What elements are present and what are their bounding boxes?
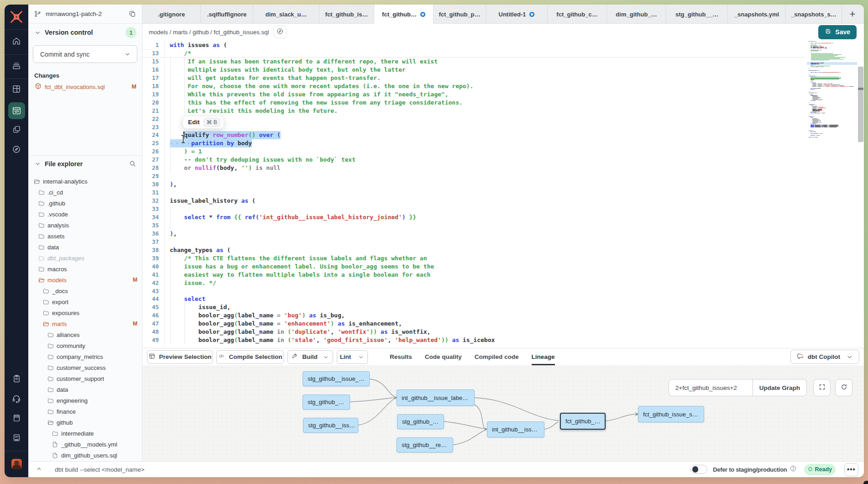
tab-stg_github__[interactable]: stg_github__… <box>666 5 728 24</box>
tree-item-data[interactable]: data <box>28 242 142 253</box>
tree-item-data[interactable]: data <box>28 384 142 395</box>
code-line-26[interactable]: 26 ) = 1 <box>142 147 864 156</box>
lint-button[interactable]: Lint <box>337 350 368 364</box>
sidebar-item-organization[interactable] <box>5 429 28 448</box>
code-line-33[interactable]: 33 <box>142 205 864 213</box>
update-graph-button[interactable]: Update Graph <box>753 379 806 396</box>
tab-results[interactable]: Results <box>383 348 418 365</box>
defer-toggle[interactable] <box>690 465 707 474</box>
code-line-48[interactable]: 48 boolor_agg(label_name in ('duplicate'… <box>142 328 864 336</box>
sidebar-item-docs[interactable] <box>5 409 28 429</box>
lineage-node-int_github__iss[interactable]: int_github__iss… <box>487 421 544 437</box>
dbt-copilot-button[interactable]: dbt Copilot <box>790 350 859 364</box>
lineage-selector-input[interactable]: 2+fct_github_issues+2 <box>669 379 753 396</box>
code-line-45[interactable]: 45 issue_id, <box>142 303 864 311</box>
tree-item-intermediate[interactable]: intermediate <box>28 428 142 439</box>
commit-and-sync-button[interactable]: Commit and sync <box>33 45 137 63</box>
sidebar-item-environments[interactable] <box>5 55 28 79</box>
sidebar-item-develop[interactable] <box>5 100 28 121</box>
tree-item-internal-analytics[interactable]: internal-analytics <box>28 176 142 187</box>
new-tab-button[interactable]: + <box>842 5 863 24</box>
sidebar-item-changelog[interactable] <box>5 370 28 389</box>
tree-item-_docs[interactable]: _docs <box>28 285 142 296</box>
code-line-18[interactable]: 18 For now, choose the one with more rec… <box>142 82 864 90</box>
code-line-36[interactable]: 36), <box>142 230 864 238</box>
tree-item-.ci_cd[interactable]: .ci_cd <box>28 187 142 198</box>
tree-item-macros[interactable]: macros <box>28 263 142 274</box>
code-line-17[interactable]: 17 will get updates for events that happ… <box>142 74 864 82</box>
code-line-28[interactable]: 28 or nullif(body, '') is null <box>142 164 864 172</box>
file-explorer-header[interactable]: File explorer <box>28 155 142 172</box>
lineage-node-stg_github_[interactable]: stg_github_… <box>397 414 444 429</box>
edit-tooltip[interactable]: Edit⌘ B <box>183 116 224 129</box>
tab-_snapshots_s[interactable]: _snapshots_s… <box>786 5 842 24</box>
code-line-43[interactable]: 43 <box>142 287 864 295</box>
tab-fct_github_c[interactable]: fct_github_c… <box>548 5 607 24</box>
tree-item-github[interactable]: github <box>28 417 142 428</box>
tree-item-.github[interactable]: .github <box>28 198 142 209</box>
tree-item-assets[interactable]: assets <box>28 231 142 242</box>
editor-scrollbar[interactable] <box>857 40 864 348</box>
sidebar-item-dashboard[interactable] <box>5 79 28 100</box>
code-editor[interactable]: 1with issues as (13 /*15 If an issue has… <box>142 40 864 348</box>
tab-dim_slack_u[interactable]: dim_slack_u… <box>253 5 319 24</box>
lineage-node-stg_github__issue_[interactable]: stg_github__issue_… <box>303 371 370 386</box>
refresh-graph-button[interactable] <box>835 379 852 396</box>
lineage-canvas[interactable]: 2+fct_github_issues+2 Update Graph stg_g… <box>142 365 864 461</box>
preview-selection-button[interactable]: Preview Selection <box>147 350 213 364</box>
tree-item-finance[interactable]: finance <box>28 406 142 417</box>
code-line-32[interactable]: 32issue_label_history as ( <box>142 197 864 205</box>
code-line-13[interactable]: 13 /* <box>142 49 864 58</box>
tree-item-.vscode[interactable]: .vscode <box>28 209 142 220</box>
lineage-node-stg_github_[interactable]: stg_github_… <box>303 395 350 410</box>
tab-fct_github[interactable]: fct_github… <box>374 5 434 24</box>
expand-command-bar-button[interactable] <box>36 465 42 474</box>
code-line-41[interactable]: 41 easiest way to flatten multiple label… <box>142 271 864 279</box>
tab-.gitignore[interactable]: .gitignore <box>142 5 201 24</box>
code-line-38[interactable]: 38change_types as ( <box>142 246 864 254</box>
code-line-27[interactable]: 27 -- don't try deduping issues with no … <box>142 156 864 164</box>
code-line-35[interactable]: 35 <box>142 221 864 230</box>
tab-Untitled-1[interactable]: Untitled-1 <box>486 5 548 24</box>
code-line-24[interactable]: 24 qualify row_number() over ( <box>142 131 864 139</box>
open-in-lineage-button[interactable] <box>273 26 287 38</box>
code-line-30[interactable]: 30), <box>142 180 864 189</box>
changed-file-row[interactable]: fct_dbt_invocations.sql M <box>28 82 142 92</box>
tree-item-exposures[interactable]: exposures <box>28 307 142 318</box>
tree-item-dim_github_users.sql[interactable]: dim_github_users.sql <box>28 450 142 461</box>
code-line-44[interactable]: 44 select <box>142 295 864 303</box>
command-text[interactable]: dbt build --select <model_name> <box>55 466 145 473</box>
code-line-20[interactable]: 20 this has the effect of removing the n… <box>142 99 864 107</box>
tab-dim_github_[interactable]: dim_github_… <box>607 5 666 24</box>
lineage-node-stg_github__iss[interactable]: stg_github__iss… <box>303 418 358 433</box>
tree-item-dbt_packages[interactable]: dbt_packages <box>28 253 142 263</box>
sidebar-item-explore[interactable] <box>5 140 28 160</box>
code-line-23[interactable]: 23 <box>142 123 864 132</box>
tree-item-engineering[interactable]: engineering <box>28 395 142 406</box>
code-line-1[interactable]: 1with issues as ( <box>142 41 864 49</box>
lineage-node-int_github__issue_labe[interactable]: int_github__issue_labe… <box>397 389 475 406</box>
tab-compiled-code[interactable]: Compiled code <box>468 348 525 365</box>
build-button[interactable]: Build <box>288 350 333 364</box>
code-line-39[interactable]: 39 /* This CTE flattens the different is… <box>142 254 864 263</box>
tab-lineage[interactable]: Lineage <box>525 348 561 365</box>
minimap[interactable] <box>807 40 857 348</box>
tab-.sqlfluffignore[interactable]: .sqlfluffignore <box>201 5 253 24</box>
sidebar-item-support[interactable] <box>5 389 28 409</box>
tree-item-alliances[interactable]: alliances <box>28 329 142 340</box>
sidebar-item-home[interactable] <box>5 30 28 54</box>
tree-item-analysis[interactable]: analysis <box>28 220 142 231</box>
tree-item-marts[interactable]: martsM <box>28 318 142 329</box>
help-icon[interactable] <box>790 465 797 474</box>
code-line-40[interactable]: 40 issue has a bug or enhancement label.… <box>142 263 864 271</box>
code-line-22[interactable]: 22 <box>142 115 864 123</box>
code-line-47[interactable]: 47 boolor_agg(label_name = 'enhancement'… <box>142 320 864 328</box>
user-menu[interactable] <box>5 451 28 477</box>
tab-fct_github_p[interactable]: fct_github_p… <box>434 5 486 24</box>
version-control-header[interactable]: Version control 1 <box>28 24 142 41</box>
tab-_snapshots.yml[interactable]: _snapshots.yml <box>728 5 786 24</box>
fullscreen-button[interactable] <box>813 379 831 396</box>
tree-item-customer_support[interactable]: customer_support <box>28 373 142 384</box>
scrollbar-thumb[interactable] <box>858 67 863 142</box>
code-line-29[interactable]: 29 <box>142 172 864 180</box>
